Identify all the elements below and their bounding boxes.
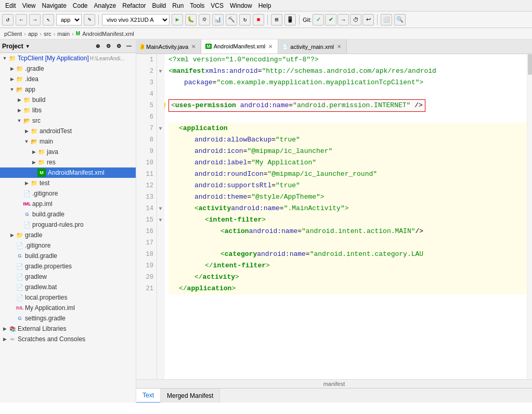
tree-app-iml[interactable]: IML app.iml bbox=[0, 199, 136, 209]
sidebar-gear-btn[interactable]: ⚙ bbox=[114, 42, 123, 51]
tree-res[interactable]: ▶ 📁 res bbox=[0, 157, 136, 167]
sync-btn[interactable]: ↻ bbox=[239, 14, 251, 25]
menu-tools[interactable]: Tools bbox=[187, 2, 207, 9]
code-content[interactable]: <?xml version="1.0" encoding="utf-8"?> <… bbox=[164, 54, 527, 379]
tab-mainactivity-close[interactable]: ✕ bbox=[190, 43, 197, 50]
sidebar-settings-btn[interactable]: ⚙ bbox=[103, 42, 113, 51]
nav-back[interactable]: ← bbox=[16, 14, 27, 25]
scroll-thumb[interactable] bbox=[528, 54, 532, 75]
git-revert[interactable]: ↩ bbox=[362, 14, 374, 25]
device-dropdown[interactable]: vivo vivo X21UD A bbox=[102, 14, 170, 25]
tree-gradlew[interactable]: 📄 gradlew bbox=[0, 271, 136, 282]
tree-build-gradle[interactable]: G build.gradle bbox=[0, 209, 136, 219]
debug-btn[interactable]: 🐛 bbox=[185, 14, 197, 25]
back-btn[interactable]: ↺ bbox=[2, 14, 14, 25]
tree-proguard[interactable]: 📄 proguard-rules.pro bbox=[0, 219, 136, 230]
bottom-tab-merged-manifest[interactable]: Merged Manifest bbox=[161, 389, 220, 403]
menu-code[interactable]: Code bbox=[70, 2, 91, 9]
app-config-dropdown[interactable]: app bbox=[56, 14, 82, 25]
gutter-cell bbox=[157, 134, 164, 146]
sdk-btn[interactable]: ⊞ bbox=[271, 14, 282, 25]
tree-gradlew-bat[interactable]: 📄 gradlew.bat bbox=[0, 282, 136, 292]
tree-local-props[interactable]: 📄 local.properties bbox=[0, 292, 136, 303]
coverage-btn[interactable]: ⛭ bbox=[199, 14, 210, 25]
project-dropdown-icon[interactable]: ▼ bbox=[25, 44, 30, 49]
git-push[interactable]: → bbox=[338, 14, 349, 25]
tree-root-gitignore[interactable]: 📄 .gitignore bbox=[0, 240, 136, 251]
sep3 bbox=[299, 15, 300, 25]
tab-activity-close[interactable]: ✕ bbox=[336, 43, 342, 50]
tree-gradle-props[interactable]: 📄 gradle.properties bbox=[0, 261, 136, 271]
tree-test[interactable]: ▶ 📁 test bbox=[0, 178, 136, 188]
bottom-tab-text[interactable]: Text bbox=[136, 389, 161, 403]
tree-idea[interactable]: ▶ 📁 .idea bbox=[0, 74, 136, 84]
scroll-indicator[interactable] bbox=[527, 54, 532, 379]
build-btn[interactable]: 🔨 bbox=[226, 14, 237, 25]
breadcrumb-part-4[interactable]: main bbox=[57, 31, 70, 37]
search-everywhere[interactable]: 🔍 bbox=[394, 14, 406, 25]
tree-libs[interactable]: ▶ 📁 libs bbox=[0, 105, 136, 115]
item-label: gradlew.bat bbox=[25, 283, 57, 291]
gutter-fold-15[interactable]: ▼ bbox=[157, 214, 164, 226]
avd-btn[interactable]: 📱 bbox=[284, 14, 296, 25]
gutter-cell bbox=[157, 111, 164, 123]
nav-forward[interactable]: → bbox=[29, 14, 41, 25]
breadcrumb-part-2[interactable]: app bbox=[28, 31, 37, 37]
gutter-fold-14[interactable]: ▼ bbox=[157, 203, 164, 214]
code-text: </ bbox=[205, 260, 213, 271]
arrow: ▶ bbox=[23, 128, 30, 134]
tab-activity-main[interactable]: 📄 activity_main.xml ✕ bbox=[278, 40, 347, 54]
code-text: "@mipmap/ic_launcher" bbox=[247, 146, 332, 157]
tab-java-icon: J bbox=[140, 44, 144, 49]
code-text: < bbox=[220, 226, 225, 237]
tree-settings-gradle[interactable]: G settings.gradle bbox=[0, 313, 136, 324]
tree-gitignore[interactable]: 📄 .gitignore bbox=[0, 188, 136, 199]
menu-view[interactable]: View bbox=[19, 2, 39, 9]
tree-androidtest[interactable]: ▶ 📁 androidTest bbox=[0, 126, 136, 136]
lightbulb-icon[interactable]: 💡 bbox=[164, 101, 167, 112]
stop-btn[interactable]: ■ bbox=[253, 14, 264, 25]
gutter-cell bbox=[157, 146, 164, 157]
breadcrumb-part-5[interactable]: AndroidManifest.xml bbox=[82, 31, 134, 37]
sidebar-add-btn[interactable]: ⊕ bbox=[93, 42, 102, 51]
tab-androidmanifest[interactable]: M AndroidManifest.xml ✕ bbox=[201, 40, 278, 54]
git-history[interactable]: ⏱ bbox=[350, 14, 361, 25]
tree-src[interactable]: ▼ 📂 src bbox=[0, 115, 136, 126]
tree-external-libs[interactable]: ▶ 📚 External Libraries bbox=[0, 324, 136, 334]
config-edit[interactable]: ✎ bbox=[84, 14, 95, 25]
menu-run[interactable]: Run bbox=[169, 2, 187, 9]
tree-root-build-gradle[interactable]: G build.gradle bbox=[0, 251, 136, 261]
run-btn[interactable]: ▶ bbox=[172, 14, 183, 25]
tree-app[interactable]: ▼ 📂 app bbox=[0, 84, 136, 95]
tab-androidmanifest-close[interactable]: ✕ bbox=[267, 43, 274, 50]
menu-analyze[interactable]: Analyze bbox=[91, 2, 120, 9]
git-commit[interactable]: ✔ bbox=[325, 14, 336, 25]
tree-androidmanifest[interactable]: M AndroidManifest.xml bbox=[0, 167, 136, 178]
pointer-btn[interactable]: ↖ bbox=[43, 14, 54, 25]
menu-refactor[interactable]: Refactor bbox=[119, 2, 149, 9]
git-update[interactable]: ✓ bbox=[313, 14, 324, 25]
tree-java[interactable]: ▶ 📁 java bbox=[0, 147, 136, 157]
tree-gradle-folder[interactable]: ▶ 📁 gradle bbox=[0, 230, 136, 240]
menu-build[interactable]: Build bbox=[149, 2, 170, 9]
profile-btn[interactable]: 📊 bbox=[212, 14, 224, 25]
gutter-cell bbox=[157, 100, 164, 111]
menu-edit[interactable]: Edit bbox=[2, 2, 19, 9]
tree-gradle-config[interactable]: ▶ 📁 .gradle bbox=[0, 63, 136, 74]
menu-window[interactable]: Window bbox=[227, 2, 255, 9]
menu-navigate[interactable]: Navigate bbox=[38, 2, 69, 9]
breadcrumb-part-1[interactable]: pClient bbox=[4, 31, 22, 37]
tree-build[interactable]: ▶ 📁 build bbox=[0, 95, 136, 105]
tab-mainactivity[interactable]: J MainActivity.java ✕ bbox=[136, 40, 201, 54]
breadcrumb-part-3[interactable]: src bbox=[44, 31, 51, 37]
terminal-btn[interactable]: ⬜ bbox=[381, 14, 392, 25]
gutter-fold-2[interactable]: ▼ bbox=[157, 66, 164, 77]
tree-main[interactable]: ▼ 📂 main bbox=[0, 136, 136, 147]
menu-vcs[interactable]: VCS bbox=[207, 2, 227, 9]
menu-help[interactable]: Help bbox=[255, 2, 275, 9]
gutter-fold-7[interactable]: ▼ bbox=[157, 123, 164, 134]
tree-scratches[interactable]: ▶ ✏ Scratches and Consoles bbox=[0, 334, 136, 344]
sidebar-minimize-btn[interactable]: — bbox=[124, 42, 134, 51]
tree-myapp-iml[interactable]: IML My Application.iml bbox=[0, 303, 136, 313]
tree-root[interactable]: ▼ 📁 TcpClient [My Application] H:\LearnA… bbox=[0, 53, 136, 63]
